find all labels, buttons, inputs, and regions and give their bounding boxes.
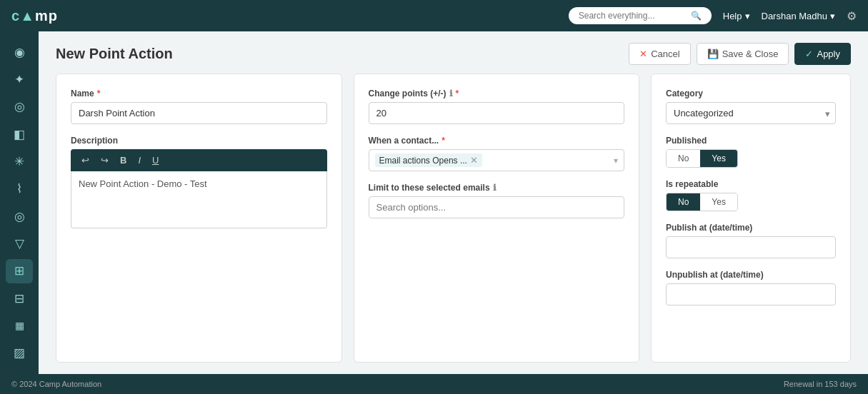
- sidebar-item-forms[interactable]: ◧: [6, 122, 33, 146]
- published-yes-button[interactable]: Yes: [700, 150, 737, 167]
- rte-redo-button[interactable]: ↪: [97, 153, 112, 167]
- form-right-panel: Category Uncategorized Category 1 Catego…: [651, 74, 851, 363]
- repeatable-no-button[interactable]: No: [667, 193, 700, 211]
- sidebar-item-contacts[interactable]: ✦: [6, 67, 33, 91]
- limit-emails-field-group: Limit to these selected emails ℹ: [369, 183, 625, 218]
- description-label: Description: [71, 136, 327, 146]
- x-icon: ✕: [639, 49, 647, 59]
- limit-emails-info-icon[interactable]: ℹ: [493, 183, 497, 193]
- publish-at-label: Publish at (date/time): [666, 223, 836, 233]
- category-field-group: Category Uncategorized Category 1 Catego…: [666, 89, 836, 124]
- form-middle-panel: Change points (+/-) ℹ * When a contact..…: [354, 74, 640, 363]
- name-field-group: Name *: [71, 89, 327, 124]
- publish-at-field-group: Publish at (date/time): [666, 223, 836, 258]
- footer: © 2024 Camp Automation Renewal in 153 da…: [0, 374, 868, 394]
- logo: c▲mp: [11, 8, 58, 24]
- check-icon: ✓: [805, 49, 813, 59]
- sidebar-item-integrations[interactable]: ✳: [6, 149, 33, 173]
- form-left-panel: Name * Description ↩ ↪ B I U: [56, 74, 342, 363]
- rte-underline-button[interactable]: U: [149, 153, 162, 167]
- published-no-button[interactable]: No: [667, 150, 700, 167]
- user-menu-button[interactable]: Darshan Madhu ▾: [762, 11, 836, 21]
- sidebar-item-flows[interactable]: ⌇: [6, 177, 33, 201]
- main-content: New Point Action ✕ Cancel 💾 Save & Close…: [39, 31, 868, 374]
- change-points-input[interactable]: [369, 102, 625, 124]
- category-select[interactable]: Uncategorized Category 1 Category 2: [666, 102, 836, 124]
- change-points-field-group: Change points (+/-) ℹ *: [369, 89, 625, 124]
- description-field-group: Description ↩ ↪ B I U New Point Action -…: [71, 136, 327, 228]
- sidebar: ◉ ✦ ◎ ◧ ✳ ⌇ ◎ ▽ ⊞ ⊟ ▦ ▨: [0, 31, 39, 374]
- rte-bold-button[interactable]: B: [116, 153, 130, 167]
- header-actions: ✕ Cancel 💾 Save & Close ✓ Apply: [629, 43, 851, 65]
- sidebar-item-filters[interactable]: ▽: [6, 231, 33, 256]
- footer-renewal: Renewal in 153 days: [784, 380, 857, 388]
- name-label: Name *: [71, 89, 327, 98]
- when-contact-tag: Email actions Opens ... ✕: [375, 153, 482, 167]
- form-area: Name * Description ↩ ↪ B I U: [39, 74, 868, 374]
- footer-copyright: © 2024 Camp Automation: [11, 380, 101, 388]
- search-input[interactable]: [579, 11, 687, 21]
- category-label: Category: [666, 89, 836, 98]
- cancel-button[interactable]: ✕ Cancel: [629, 43, 690, 65]
- published-field-group: Published No Yes: [666, 136, 836, 168]
- remove-tag-button[interactable]: ✕: [470, 155, 478, 166]
- page-header: New Point Action ✕ Cancel 💾 Save & Close…: [39, 31, 868, 74]
- sidebar-item-goals[interactable]: ◎: [6, 204, 33, 228]
- when-contact-field-group: When a contact... * Email actions Opens …: [369, 136, 625, 171]
- sidebar-item-points[interactable]: ⊞: [6, 259, 33, 283]
- chevron-down-icon: ▾: [830, 11, 835, 21]
- rte-undo-button[interactable]: ↩: [78, 153, 93, 167]
- top-navigation: c▲mp 🔍 Help ▾ Darshan Madhu ▾ ⚙: [0, 0, 868, 31]
- published-label: Published: [666, 136, 836, 146]
- limit-emails-input[interactable]: [369, 196, 625, 218]
- sidebar-item-grid[interactable]: ▦: [6, 313, 33, 338]
- search-box[interactable]: 🔍: [569, 7, 712, 24]
- dropdown-arrow-icon: ▾: [614, 156, 618, 166]
- required-indicator: *: [442, 136, 445, 146]
- page-title: New Point Action: [56, 46, 173, 62]
- unpublish-at-field-group: Unpublish at (date/time): [666, 270, 836, 305]
- help-button[interactable]: Help ▾: [723, 11, 750, 21]
- unpublish-at-input[interactable]: [666, 283, 836, 305]
- sidebar-item-reports[interactable]: ⊟: [6, 286, 33, 310]
- rte-content[interactable]: New Point Action - Demo - Test: [71, 171, 327, 228]
- apply-button[interactable]: ✓ Apply: [794, 43, 851, 65]
- sidebar-item-dashboard[interactable]: ◉: [6, 40, 33, 64]
- unpublish-at-label: Unpublish at (date/time): [666, 270, 836, 280]
- is-repeatable-label: Is repeatable: [666, 179, 836, 189]
- limit-emails-label: Limit to these selected emails ℹ: [369, 183, 625, 193]
- change-points-info-icon[interactable]: ℹ: [449, 89, 453, 98]
- save-icon: 💾: [707, 49, 719, 59]
- name-input[interactable]: [71, 102, 327, 124]
- chevron-down-icon: ▾: [745, 11, 750, 21]
- change-points-label: Change points (+/-) ℹ *: [369, 89, 625, 98]
- when-contact-label: When a contact... *: [369, 136, 625, 146]
- rte-italic-button[interactable]: I: [134, 153, 144, 167]
- rte-toolbar: ↩ ↪ B I U: [71, 149, 327, 171]
- repeatable-toggle-group: No Yes: [666, 193, 738, 211]
- published-toggle-group: No Yes: [666, 149, 738, 168]
- save-close-button[interactable]: 💾 Save & Close: [697, 43, 789, 65]
- when-contact-select[interactable]: Email actions Opens ... ✕ ▾: [369, 149, 625, 171]
- sidebar-item-campaigns[interactable]: ◎: [6, 95, 33, 119]
- search-icon: 🔍: [691, 11, 702, 21]
- repeatable-yes-button[interactable]: Yes: [700, 193, 737, 211]
- required-indicator: *: [97, 89, 101, 98]
- sidebar-item-analytics[interactable]: ▨: [6, 341, 33, 365]
- is-repeatable-field-group: Is repeatable No Yes: [666, 179, 836, 211]
- settings-icon[interactable]: ⚙: [847, 9, 857, 23]
- required-indicator: *: [456, 89, 459, 98]
- publish-at-input[interactable]: [666, 236, 836, 258]
